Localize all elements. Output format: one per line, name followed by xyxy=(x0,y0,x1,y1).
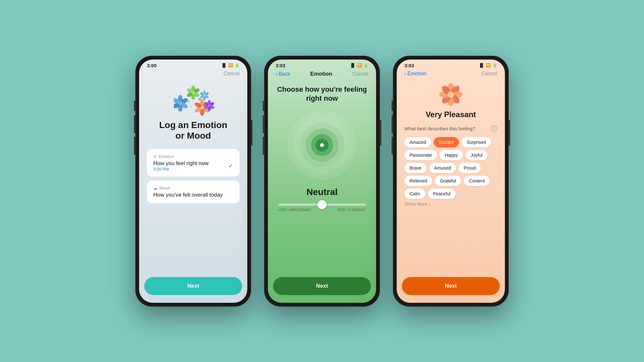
tag-calm[interactable]: Calm xyxy=(404,189,425,199)
nav-title-2: Emotion xyxy=(310,71,332,77)
pleasant-title: Very Pleasant xyxy=(404,110,497,119)
nav-bar-2: ‹ Back Emotion Cancel xyxy=(268,70,376,80)
phone-1: 3:00 ▐▌ 🛜 🔋 Cancel xyxy=(135,56,251,307)
emotion-label: Neutral xyxy=(307,187,337,197)
tag-grateful[interactable]: Grateful xyxy=(435,176,461,186)
emotion-wheel-title: Choose how you're feeling right now xyxy=(277,85,367,103)
status-time-2: 3:03 xyxy=(276,63,285,68)
signal-icon-2: ▐▌ xyxy=(350,63,355,68)
phone1-content: Log an Emotion or Mood ⊙ Emotion How you… xyxy=(139,79,247,277)
tag-surprised[interactable]: Surprised xyxy=(461,137,491,147)
tag-relieved[interactable]: Relieved xyxy=(404,176,432,186)
status-icons-1: ▐▌ 🛜 🔋 xyxy=(221,63,240,68)
next-button-3[interactable]: Next xyxy=(402,277,500,295)
slider-label-left: VERY UNPLEASANT xyxy=(278,208,312,212)
emotion-option-card[interactable]: ⊙ Emotion How you feel right now 3:00 PM… xyxy=(147,149,240,177)
emotion-checkmark: ✓ xyxy=(228,162,233,169)
phone3-content: Very Pleasant What best describes this f… xyxy=(397,79,505,209)
tag-joyful[interactable]: Joyful xyxy=(466,150,488,160)
tag-amused[interactable]: Amused xyxy=(429,163,456,173)
svg-point-6 xyxy=(178,101,182,105)
svg-point-28 xyxy=(201,106,204,109)
emotion-icon: ⊙ xyxy=(153,154,157,159)
emotion-wheel-container: Choose how you're feeling right now xyxy=(268,80,376,217)
tag-happy[interactable]: Happy xyxy=(440,150,463,160)
status-icons-3: ▐▌ 🛜 🔋 xyxy=(479,63,497,68)
tag-excited[interactable]: Excited xyxy=(434,137,459,147)
status-time-3: 3:03 xyxy=(404,63,414,68)
tag-proud[interactable]: Proud xyxy=(459,163,481,173)
tag-passionate[interactable]: Passionate xyxy=(404,150,437,160)
nav-bar-1: Cancel xyxy=(139,70,247,79)
cancel-button-2[interactable]: Cancel xyxy=(352,71,368,77)
wifi-icon: 🛜 xyxy=(228,63,233,68)
battery-icon-3: 🔋 xyxy=(492,63,497,68)
tag-content[interactable]: Content xyxy=(464,176,490,186)
flowers-decoration xyxy=(174,86,213,115)
svg-point-44 xyxy=(320,143,324,147)
cancel-button-1[interactable]: Cancel xyxy=(223,71,240,77)
wifi-icon-3: 🛜 xyxy=(486,63,491,68)
svg-point-14 xyxy=(198,98,201,100)
mood-description: How you've felt overall today xyxy=(153,192,233,198)
nav-bar-3: ‹ Emotion Cancel xyxy=(397,70,505,79)
mood-type-label: Mood xyxy=(159,186,170,190)
signal-icon: ▐▌ xyxy=(221,63,227,68)
back-button-2[interactable]: ‹ Back xyxy=(276,71,290,77)
tag-amazed[interactable]: Amazed xyxy=(404,137,431,147)
svg-point-35 xyxy=(208,104,211,107)
phone-2: 3:03 ▐▌ 🛜 🔋 ‹ Back Emotion Cancel xyxy=(264,56,380,307)
next-button-2[interactable]: Next xyxy=(273,277,371,295)
svg-point-37 xyxy=(191,106,192,107)
emotion-tags-grid: Amazed Excited Surprised Passionate Happ xyxy=(404,137,497,199)
status-time-1: 3:00 xyxy=(147,63,156,68)
chevron-left-icon-3: ‹ xyxy=(404,71,406,77)
emotion-description: How you feel right now xyxy=(153,160,209,167)
slider-label-right: VERY PLEASANT xyxy=(337,208,366,212)
tag-peaceful[interactable]: Peaceful xyxy=(428,189,456,199)
next-button-1[interactable]: Next xyxy=(144,277,242,295)
svg-point-36 xyxy=(187,101,189,103)
emotion-wheel[interactable] xyxy=(287,110,357,181)
info-button[interactable]: ⓘ xyxy=(491,125,497,132)
svg-point-21 xyxy=(203,94,206,97)
cancel-button-3[interactable]: Cancel xyxy=(481,71,497,77)
phone-3: 3:03 ▐▌ 🛜 🔋 ‹ Emotion Cancel xyxy=(393,56,509,307)
emotion-slider-container: VERY UNPLEASANT VERY PLEASANT xyxy=(276,204,368,212)
pleasant-flower-decoration xyxy=(404,82,497,107)
emotion-slider-track[interactable] xyxy=(278,204,366,206)
phone1-title: Log an Emotion or Mood xyxy=(159,120,227,141)
signal-icon-3: ▐▌ xyxy=(479,63,484,68)
battery-icon-2: 🔋 xyxy=(364,63,368,68)
chevron-left-icon: ‹ xyxy=(276,71,277,77)
describes-label: What best describes this feeling? xyxy=(404,126,475,131)
describes-row: What best describes this feeling? ⓘ xyxy=(404,125,497,132)
back-button-3[interactable]: ‹ Emotion xyxy=(404,71,426,77)
status-bar-2: 3:03 ▐▌ 🛜 🔋 xyxy=(268,60,376,70)
status-icons-2: ▐▌ 🛜 🔋 xyxy=(350,63,368,68)
show-more-button[interactable]: Show More › xyxy=(404,201,497,207)
chevron-right-icon: › xyxy=(429,201,430,207)
emotion-type-label: Emotion xyxy=(159,154,174,159)
status-bar-3: 3:03 ▐▌ 🛜 🔋 xyxy=(397,60,505,70)
tag-brave[interactable]: Brave xyxy=(404,163,427,173)
mood-option-card[interactable]: ☁ Mood How you've felt overall today xyxy=(147,181,240,203)
wifi-icon-2: 🛜 xyxy=(357,63,362,68)
emotion-slider-thumb[interactable] xyxy=(317,200,327,209)
svg-point-13 xyxy=(192,91,195,94)
battery-icon: 🔋 xyxy=(235,63,240,68)
svg-point-53 xyxy=(448,91,454,98)
status-bar-1: 3:00 ▐▌ 🛜 🔋 xyxy=(139,60,247,70)
emotion-time: 3:00 PM xyxy=(153,167,209,172)
mood-icon: ☁ xyxy=(153,186,157,190)
